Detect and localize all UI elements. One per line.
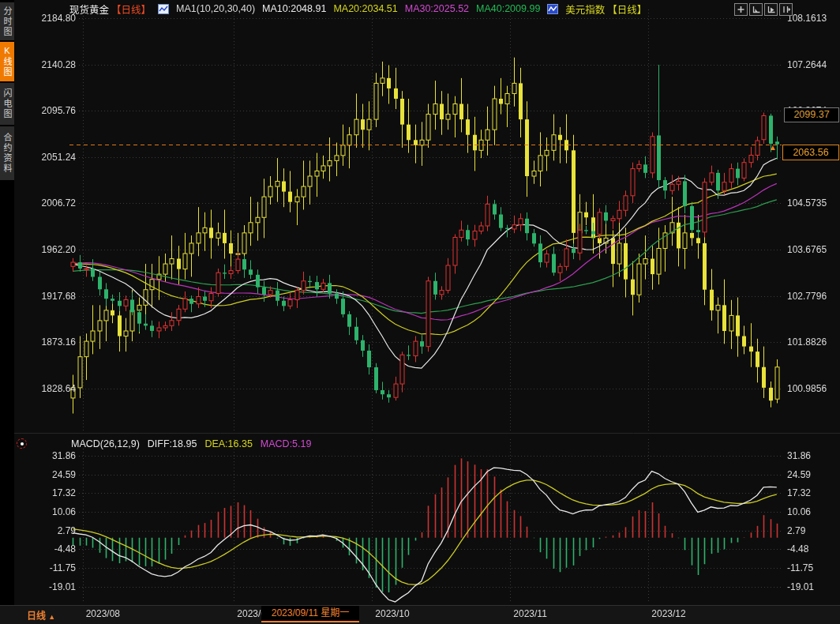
macd-dea-value: DEA:16.35 (204, 438, 252, 449)
macd-left-tick: 10.06 (22, 506, 76, 517)
ma20-value: MA20:2034.51 (333, 3, 397, 14)
date-label: 2023/08 (86, 608, 120, 619)
macd-right-tick: 24.59 (787, 469, 811, 480)
macd-left-tick: 17.32 (22, 487, 76, 498)
trading-app-window: 分时图K线图闪电图合约资料 现货黄金 【日线】 MA1(10,20,30,40)… (0, 0, 840, 624)
chart-header: 现货黄金 【日线】 MA1(10,20,30,40) MA10:2048.91 … (69, 2, 647, 15)
axis-scale-left-icon[interactable] (749, 3, 763, 16)
ma30-value: MA30:2025.52 (405, 3, 469, 14)
date-label: 2023/11 (513, 608, 547, 619)
right-axis-tick: 107.2644 (787, 59, 827, 70)
ma-settings-label: MA1(10,20,30,40) (176, 3, 255, 14)
period-label: 日线 (27, 611, 46, 622)
sidebar-tab-2[interactable]: K线图 (0, 42, 14, 81)
sidebar-tab-1[interactable]: 分时图 (0, 2, 14, 40)
macd-title: MACD(26,12,9) (71, 438, 140, 449)
symbol-name: 现货黄金 (69, 2, 109, 17)
right-axis-tick: 103.6765 (787, 244, 827, 255)
move-tool-icon[interactable] (734, 3, 748, 16)
left-axis-tick: 1962.20 (22, 244, 76, 255)
right-axis-tick: 104.5735 (787, 197, 827, 209)
alert-sun-icon[interactable] (17, 438, 27, 449)
macd-left-tick: -4.48 (22, 543, 76, 554)
macd-right-tick: 10.06 (787, 506, 811, 517)
right-axis-tick: 100.9856 (787, 383, 827, 394)
overlay-symbol-period: 【日线】 (607, 2, 647, 17)
left-axis-tick: 2051.24 (22, 152, 76, 163)
right-axis-tick: 102.7796 (787, 291, 827, 302)
ma40-value: MA40:2009.99 (476, 3, 540, 14)
macd-hist-value: MACD:5.19 (261, 438, 312, 449)
date-label: 2023/12 (651, 608, 685, 619)
crosshair-date-badge: 2023/09/11 星期一 (261, 606, 359, 622)
macd-left-tick: 31.86 (22, 450, 76, 461)
line-chart-icon[interactable] (158, 4, 169, 14)
left-axis-tick: 2095.76 (22, 105, 76, 116)
overlay-symbol-name: 美元指数 (565, 2, 605, 17)
sidebar-tab-4[interactable]: 合约资料 (0, 126, 14, 180)
left-axis-tick: 1828.64 (22, 383, 76, 394)
left-axis-tick: 2140.28 (22, 59, 76, 70)
right-axis-tick: 108.1613 (787, 13, 827, 24)
period-selector[interactable]: 日线 ▲ (27, 608, 55, 622)
axis-shift-right-icon[interactable] (779, 3, 793, 16)
overlay-chart-icon[interactable] (547, 4, 558, 14)
macd-left-tick: 24.59 (22, 469, 76, 480)
macd-right-tick: 31.86 (787, 450, 811, 461)
right-axis-tick: 101.8826 (787, 336, 827, 348)
macd-left-tick: -11.75 (22, 562, 76, 573)
sidebar: 分时图K线图闪电图合约资料 (0, 0, 14, 605)
macd-right-tick: -11.75 (787, 562, 813, 573)
axis-play-icon[interactable] (764, 3, 778, 16)
period-dropdown-arrow-icon: ▲ (48, 613, 55, 621)
macd-right-tick: -4.48 (787, 543, 808, 554)
left-axis-tick: 1917.68 (22, 291, 76, 302)
chart-toolbar (734, 3, 793, 16)
ma10-value: MA10:2048.91 (262, 3, 326, 14)
macd-right-tick: 2.79 (787, 525, 805, 536)
price-up-arrow-icon: ▲ (769, 143, 777, 152)
macd-left-tick: -19.01 (22, 581, 76, 592)
high-price-badge: 2099.37 (784, 107, 839, 122)
macd-left-tick: 2.79 (22, 525, 76, 536)
macd-header: MACD(26,12,9) DIFF:18.95 DEA:16.35 MACD:… (71, 438, 311, 449)
left-axis-tick: 2184.80 (22, 13, 76, 24)
date-label: 2023/10 (375, 608, 409, 619)
kline-chart-canvas[interactable] (0, 0, 840, 624)
macd-diff-value: DIFF:18.95 (148, 438, 197, 449)
symbol-period: 【日线】 (111, 2, 151, 17)
macd-right-tick: 17.32 (787, 487, 811, 498)
left-axis-tick: 1873.16 (22, 336, 76, 348)
sidebar-tab-3[interactable]: 闪电图 (0, 83, 14, 125)
last-price-badge: 2063.56 (782, 145, 839, 160)
macd-right-tick: -19.01 (787, 581, 814, 592)
left-axis-tick: 2006.72 (22, 197, 76, 209)
